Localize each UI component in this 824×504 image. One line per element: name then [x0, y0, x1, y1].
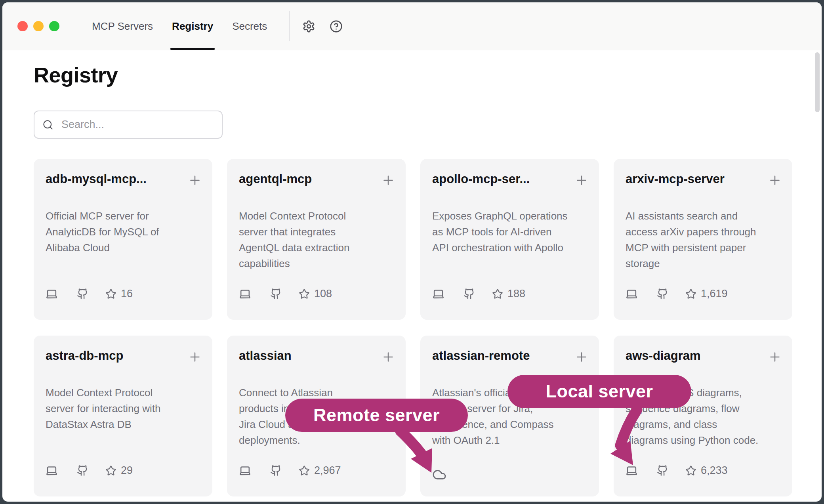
- server-name: aws-diagram: [626, 347, 766, 364]
- search-icon: [42, 119, 53, 130]
- laptop-icon: [432, 288, 444, 300]
- traffic-lights: [17, 2, 59, 50]
- close-button[interactable]: [17, 21, 28, 31]
- server-card-arxiv-mcp-server[interactable]: arxiv-mcp-server AI assistants search an…: [614, 159, 792, 320]
- star-icon: [105, 465, 116, 476]
- settings-button[interactable]: [302, 2, 315, 50]
- page-title: Registry: [34, 62, 822, 88]
- star-count: 29: [121, 464, 133, 477]
- laptop-icon: [46, 288, 58, 300]
- tab-secrets[interactable]: Secrets: [232, 2, 267, 50]
- laptop-icon: [46, 464, 58, 477]
- star-icon: [299, 288, 310, 300]
- card-footer: 6,233: [626, 464, 780, 477]
- help-icon: [330, 20, 343, 33]
- laptop-icon: [626, 288, 638, 300]
- star-icon: [685, 288, 696, 300]
- github-icon: [464, 288, 475, 300]
- cloud-icon: [432, 468, 446, 482]
- star-count: 6,233: [701, 464, 728, 477]
- github-icon: [77, 465, 88, 476]
- star-icon: [492, 288, 503, 300]
- laptop-icon: [626, 464, 638, 477]
- plus-icon: [768, 173, 782, 187]
- minimize-button[interactable]: [33, 21, 44, 31]
- search-box: [34, 111, 223, 139]
- add-server-button[interactable]: [574, 173, 589, 187]
- server-card-agentql-mcp[interactable]: agentql-mcp Model Context Protocol serve…: [227, 159, 406, 320]
- card-footer: 1,619: [626, 288, 780, 300]
- laptop-icon: [239, 464, 251, 477]
- card-footer: 2,967: [239, 464, 394, 477]
- plus-icon: [381, 173, 395, 187]
- remote-server-callout: Remote server: [285, 399, 468, 432]
- server-description: AI assistants search and access arXiv pa…: [626, 208, 780, 271]
- server-card-apollo-mcp-server[interactable]: apollo-mcp-ser... Exposes GraphQL operat…: [420, 159, 599, 320]
- card-footer: [432, 468, 446, 483]
- plus-icon: [188, 350, 202, 364]
- main-tabs: MCP Servers Registry Secrets: [92, 2, 267, 50]
- server-card-astra-db-mcp[interactable]: astra-db-mcp Model Context Protocol serv…: [34, 336, 212, 496]
- plus-icon: [574, 350, 589, 364]
- search-input[interactable]: [61, 118, 214, 131]
- help-button[interactable]: [330, 2, 343, 50]
- server-name: adb-mysql-mcp...: [46, 171, 186, 187]
- tab-mcp-servers[interactable]: MCP Servers: [92, 2, 153, 50]
- card-footer: 188: [432, 288, 587, 300]
- local-server-callout: Local server: [507, 375, 691, 408]
- card-footer: 29: [46, 464, 200, 477]
- server-name: apollo-mcp-ser...: [432, 171, 573, 187]
- server-card-aws-diagram[interactable]: aws-diagram Generate AWS diagrams, seque…: [614, 336, 792, 496]
- github-icon: [270, 465, 282, 476]
- star-count: 188: [507, 288, 525, 300]
- server-card-grid: adb-mysql-mcp... Official MCP server for…: [34, 159, 822, 496]
- card-footer: 108: [239, 288, 394, 300]
- github-icon: [657, 465, 668, 476]
- server-name: atlassian-remote: [432, 347, 573, 364]
- server-card-adb-mysql-mcp[interactable]: adb-mysql-mcp... Official MCP server for…: [34, 159, 212, 320]
- tab-registry[interactable]: Registry: [172, 2, 213, 50]
- plus-icon: [574, 173, 589, 187]
- zoom-button[interactable]: [49, 21, 59, 31]
- github-icon: [77, 288, 88, 300]
- github-icon: [657, 288, 668, 300]
- server-name: astra-db-mcp: [46, 347, 186, 364]
- star-icon: [105, 288, 116, 300]
- plus-icon: [768, 350, 782, 364]
- add-server-button[interactable]: [188, 173, 202, 187]
- add-server-button[interactable]: [768, 173, 782, 187]
- server-name: atlassian: [239, 347, 380, 364]
- add-server-button[interactable]: [381, 173, 395, 187]
- server-description: Official MCP server for AnalyticDB for M…: [46, 208, 200, 256]
- server-description: Exposes GraphQL operations as MCP tools …: [432, 208, 587, 256]
- star-count: 108: [314, 288, 332, 300]
- window-titlebar: MCP Servers Registry Secrets: [2, 2, 822, 50]
- plus-icon: [381, 350, 395, 364]
- star-count: 16: [121, 288, 133, 300]
- titlebar-divider: [289, 11, 290, 41]
- app-window: MCP Servers Registry Secrets Registry ad…: [2, 2, 822, 502]
- server-description: Model Context Protocol server that integ…: [239, 208, 394, 271]
- add-server-button[interactable]: [188, 350, 202, 364]
- vertical-scrollbar-thumb[interactable]: [815, 52, 820, 112]
- star-icon: [299, 465, 310, 476]
- card-footer: 16: [46, 288, 200, 300]
- laptop-icon: [239, 288, 251, 300]
- add-server-button[interactable]: [574, 350, 589, 364]
- star-count: 1,619: [701, 288, 728, 300]
- server-description: Model Context Protocol server for intera…: [46, 385, 200, 432]
- server-name: arxiv-mcp-server: [626, 171, 766, 187]
- add-server-button[interactable]: [381, 350, 395, 364]
- star-count: 2,967: [314, 464, 341, 477]
- star-icon: [685, 465, 696, 476]
- add-server-button[interactable]: [768, 350, 782, 364]
- github-icon: [270, 288, 282, 300]
- gear-icon: [302, 20, 315, 33]
- plus-icon: [188, 173, 202, 187]
- server-name: agentql-mcp: [239, 171, 380, 187]
